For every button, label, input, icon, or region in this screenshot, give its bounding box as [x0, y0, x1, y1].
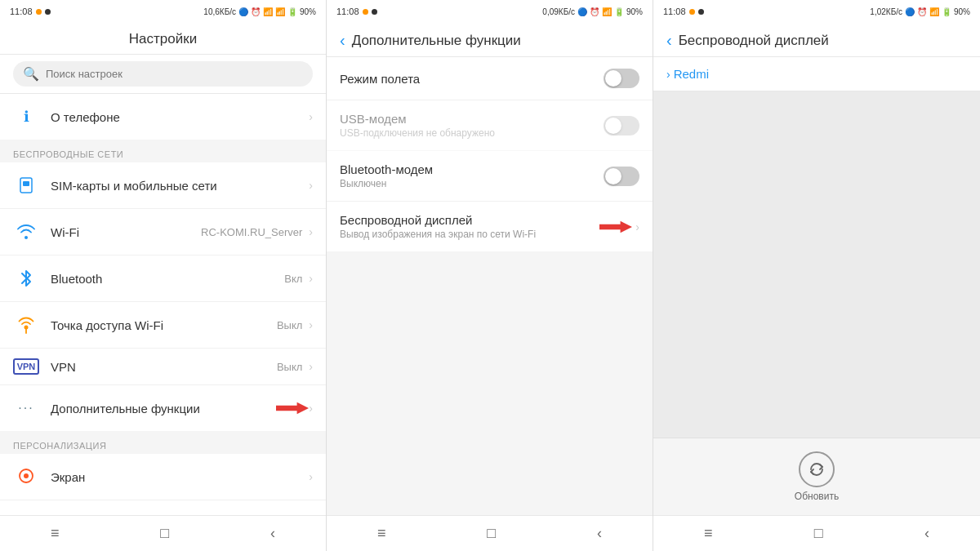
item-airplane[interactable]: Режим полета	[327, 57, 653, 100]
bt-tether-content: Bluetooth-модем Выключен	[340, 162, 604, 189]
extra-panel-title: Дополнительные функции	[352, 33, 521, 49]
sim-arrow: ›	[309, 179, 313, 192]
screen-icon	[13, 464, 39, 490]
bt-tether-title: Bluetooth-модем	[340, 162, 604, 176]
item-sim[interactable]: SIM-карты и мобильные сети ›	[0, 162, 326, 209]
svg-marker-4	[276, 402, 309, 414]
extra-header: ‹ Дополнительные функции	[327, 23, 653, 57]
item-vpn[interactable]: VPN VPN Выкл ›	[0, 349, 326, 385]
status-bar-2: 11:08 0,09КБ/с 🔵 ⏰ 📶 🔋 90%	[327, 0, 653, 23]
hotspot-arrow: ›	[309, 318, 313, 331]
alarm-icon-3: ⏰	[917, 7, 927, 16]
bluetooth-value: Вкл	[284, 273, 302, 285]
wd-sub: Вывод изображения на экран по сети Wi-Fi	[340, 229, 593, 240]
hotspot-title: Точка доступа Wi-Fi	[51, 318, 277, 332]
redmi-label: Redmi	[674, 67, 709, 81]
section-about: ℹ О телефоне ›	[0, 94, 326, 140]
bottom-nav-1: ≡ □ ‹	[0, 515, 326, 551]
bottom-nav-3: ≡ □ ‹	[653, 515, 980, 551]
nav-home-1[interactable]: □	[144, 522, 185, 545]
extra-arrow: ›	[309, 402, 313, 415]
item-about[interactable]: ℹ О телефоне ›	[0, 94, 326, 140]
wd-title: Беспроводной дисплей	[340, 213, 593, 227]
search-icon: 🔍	[23, 66, 39, 82]
sim-title: SIM-карты и мобильные сети	[51, 179, 309, 193]
red-arrow-wd	[599, 218, 632, 236]
bt-icon-3: 🔵	[905, 7, 915, 16]
status-left-1: 11:08	[10, 7, 51, 16]
usb-sub: USB-подключения не обнаружено	[340, 127, 604, 139]
redmi-link[interactable]: › Redmi	[653, 57, 980, 91]
item-bluetooth[interactable]: Bluetooth Вкл ›	[0, 256, 326, 302]
item-wallpaper[interactable]: Обои ›	[0, 500, 326, 515]
screen-content: Экран	[51, 470, 309, 484]
wallpaper-icon	[13, 510, 39, 515]
refresh-button[interactable]	[799, 451, 835, 487]
battery-icon-2: 🔋	[614, 7, 624, 16]
panel-settings: 11:08 10,6КБ/с 🔵 ⏰ 📶 📶 🔋 90% Настройки 🔍…	[0, 0, 327, 551]
status-dot-black-2	[372, 9, 377, 15]
about-arrow: ›	[309, 110, 313, 123]
about-content: О телефоне	[51, 110, 309, 124]
nav-back-2[interactable]: ‹	[581, 522, 618, 545]
about-title: О телефоне	[51, 110, 309, 124]
status-dot-2	[363, 9, 368, 15]
battery-pct-3: 90%	[954, 7, 970, 16]
wd-back-btn[interactable]: ‹	[666, 31, 672, 50]
refresh-area: Обновить	[653, 438, 980, 515]
extra-back-btn[interactable]: ‹	[340, 31, 345, 50]
status-time-1: 11:08	[10, 7, 33, 16]
settings-title: Настройки	[129, 31, 197, 47]
status-dot-3	[689, 9, 695, 15]
search-input[interactable]	[46, 68, 303, 80]
bt-icon-1: 🔵	[238, 7, 248, 16]
nav-home-3[interactable]: □	[798, 522, 840, 545]
wifi-icon-3: 📶	[929, 7, 939, 16]
status-dot-black-3	[698, 9, 704, 15]
nav-back-3[interactable]: ‹	[908, 522, 946, 545]
item-wifi[interactable]: Wi-Fi RC-KOMI.RU_Server ›	[0, 209, 326, 256]
wifi-arrow: ›	[309, 225, 313, 238]
vpn-arrow: ›	[309, 360, 313, 373]
signal-icon-1: 📶	[275, 7, 285, 16]
nav-home-2[interactable]: □	[470, 522, 512, 545]
nav-back-1[interactable]: ‹	[254, 522, 292, 545]
wd-content-area: › Redmi	[653, 57, 980, 438]
item-usb-tether: USB-модем USB-подключения не обнаружено	[327, 100, 653, 151]
nav-menu-3[interactable]: ≡	[688, 522, 729, 545]
bt-tether-toggle[interactable]	[604, 167, 639, 186]
usb-toggle	[604, 116, 639, 136]
red-arrow-extra	[276, 399, 309, 417]
nav-menu-1[interactable]: ≡	[34, 522, 76, 545]
status-speed-2: 0,09КБ/с	[542, 7, 575, 16]
item-hotspot[interactable]: Точка доступа Wi-Fi Выкл ›	[0, 302, 326, 349]
airplane-toggle[interactable]	[604, 69, 639, 88]
airplane-content: Режим полета	[340, 72, 604, 86]
wifi-value: RC-KOMI.RU_Server	[201, 226, 302, 238]
status-right-2: 0,09КБ/с 🔵 ⏰ 📶 🔋 90%	[542, 7, 643, 16]
about-icon: ℹ	[13, 104, 39, 130]
item-wireless-display[interactable]: Беспроводной дисплей Вывод изображения н…	[327, 202, 653, 251]
wifi-icon-2: 📶	[602, 7, 612, 16]
svg-point-6	[24, 473, 29, 478]
wd-header-top: ‹ Беспроводной дисплей	[666, 23, 967, 56]
bluetooth-icon	[13, 265, 39, 291]
alarm-icon-2: ⏰	[590, 7, 599, 16]
battery-pct-1: 90%	[300, 7, 316, 16]
item-extra-functions[interactable]: ··· Дополнительные функции ›	[0, 385, 326, 431]
search-container: 🔍	[0, 55, 326, 94]
extra-icon: ···	[13, 395, 39, 421]
status-dot-orange-1	[36, 9, 42, 15]
bottom-nav-2: ≡ □ ‹	[327, 515, 653, 551]
svg-marker-13	[599, 220, 632, 232]
vpn-title: VPN	[51, 360, 277, 374]
status-dot-black-1	[45, 9, 51, 15]
status-speed-1: 10,6КБ/с	[203, 7, 236, 16]
nav-menu-2[interactable]: ≡	[361, 522, 403, 545]
item-bt-tether[interactable]: Bluetooth-модем Выключен	[327, 151, 653, 202]
status-left-3: 11:08	[663, 7, 704, 16]
search-inner[interactable]: 🔍	[13, 61, 313, 87]
airplane-title: Режим полета	[340, 72, 604, 86]
bluetooth-title: Bluetooth	[51, 272, 284, 286]
item-screen[interactable]: Экран ›	[0, 454, 326, 500]
